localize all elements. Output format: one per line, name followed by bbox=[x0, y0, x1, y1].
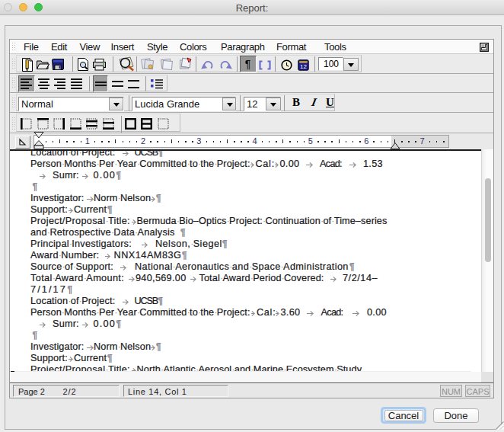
svg-text:12: 12 bbox=[300, 63, 307, 70]
